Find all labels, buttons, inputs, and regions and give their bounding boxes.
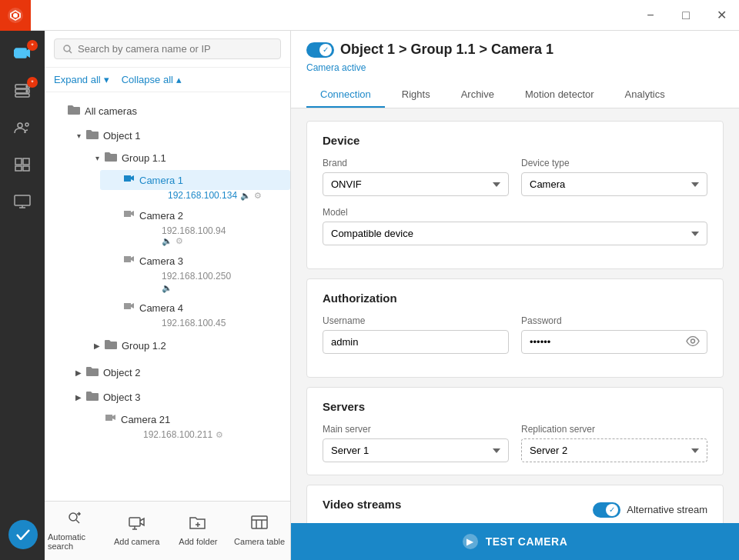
device-title: Device [323,134,707,147]
brand-select[interactable]: ONVIF [323,172,509,196]
chevron-up-icon: ▴ [176,74,182,85]
check-button[interactable] [8,520,38,549]
brand-device-row: Brand ONVIF Device type Camera [323,158,707,196]
tree-row-object3[interactable]: ▶ Object 3 [63,387,290,407]
window-controls[interactable]: − □ ✕ [633,0,739,31]
nav-users[interactable] [4,111,41,145]
tree-row-group11[interactable]: ▾ Group 1.1 [82,148,290,168]
main-server-label: Main server [323,424,509,435]
svg-rect-16 [15,195,30,205]
tree-row-group12[interactable]: ▶ Group 1.2 [82,335,290,355]
speaker-icon-cam2: 🔈 [162,236,172,246]
breadcrumb-row: Object 1 > Group 1.1 > Camera 1 [306,42,724,58]
nav-server[interactable]: * [4,74,41,108]
device-type-select[interactable]: Camera [521,172,707,196]
tree-node-object2: ▶ Object 2 [45,360,290,385]
minimize-button[interactable]: − [633,0,668,31]
video-streams-header: Video streams Alternative stream [323,498,707,522]
tree-row-camera4[interactable]: Camera 4 [100,298,290,318]
close-button[interactable]: ✕ [704,0,739,31]
add-camera-button[interactable]: Add camera [106,506,168,555]
tree-search-area [45,31,290,68]
tab-motion-detector[interactable]: Motion detector [511,82,608,108]
folder-icon [86,366,99,379]
svg-point-22 [691,339,695,343]
add-folder-button[interactable]: Add folder [168,506,229,555]
tree-node-camera21: Camera 21 192.168.100.211 ⚙ [63,407,290,442]
tab-rights[interactable]: Rights [388,82,444,108]
password-wrapper [521,330,707,354]
tree-row-all-cameras[interactable]: All cameras [45,101,290,121]
folder-icon [86,391,99,404]
chevron-down-icon: ▾ [104,74,109,85]
tree-node-camera2: Camera 2 192.168.100.94 🔈 ⚙ [82,203,290,248]
camera2-ip: 192.168.100.94 [162,225,290,236]
search-box[interactable] [54,38,281,59]
tree-node-camera3: Camera 3 192.168.100.250 🔈 [82,248,290,295]
camera-table-icon [251,515,268,535]
device-type-label: Device type [521,158,707,168]
show-password-icon[interactable] [686,335,700,348]
tree-node-object1: ▾ Object 1 ▾ [45,123,290,360]
nav-layout[interactable] [4,148,41,182]
tree-row-camera1[interactable]: Camera 1 [100,170,290,190]
folder-icon [105,152,117,165]
tab-archive[interactable]: Archive [447,82,508,108]
content-area: Device Brand ONVIF Device type Camera [291,108,739,523]
nav-monitor[interactable] [4,185,41,218]
password-input[interactable] [521,330,707,354]
replication-server-select[interactable]: Server 2 [521,438,707,462]
username-input[interactable] [323,330,509,354]
object2-label: Object 2 [103,367,140,378]
folder-icon [68,105,80,118]
add-folder-icon [189,515,206,535]
svg-rect-7 [15,94,29,97]
folder-icon [86,129,99,142]
alt-stream-toggle: Alternative stream [593,502,707,518]
main-server-select[interactable]: Server 1 [323,438,509,462]
svg-rect-13 [23,158,29,165]
svg-rect-20 [129,518,140,526]
tree-row-camera3[interactable]: Camera 3 [100,251,290,271]
maximize-button[interactable]: □ [668,0,704,31]
auto-search-button[interactable]: Automatic search [45,506,106,555]
test-camera-button[interactable]: ▶ TEST CAMERA [463,534,568,549]
tree-controls: Expand all ▾ Collapse all ▴ [45,68,290,92]
alt-stream-switch[interactable] [593,502,620,518]
auth-section: Authorization Username Password [306,278,724,378]
replication-server-group: Replication server Server 2 [521,424,707,462]
collapse-all-button[interactable]: Collapse all ▴ [122,74,182,85]
test-camera-bar: ▶ TEST CAMERA [291,523,739,560]
brand-group: Brand ONVIF [323,158,509,196]
servers-section: Servers Main server Server 1 Replication… [306,387,724,475]
password-group: Password [521,315,707,354]
model-group: Model Compatible device [323,207,707,245]
tree-row-camera21[interactable]: Camera 21 [82,409,290,429]
camera-table-button[interactable]: Camera table [229,506,290,555]
tree-node-all-cameras: All cameras [45,98,290,123]
camera4-ip: 192.168.100.45 [162,318,290,328]
brand-label: Brand [323,158,509,168]
tree-row-object1[interactable]: ▾ Object 1 [63,125,290,145]
folder-icon [105,339,117,352]
tree-row-object2[interactable]: ▶ Object 2 [63,362,290,382]
model-select[interactable]: Compatible device [323,222,707,245]
alt-stream-label: Alternative stream [627,504,707,515]
camera21-ip-row: 192.168.100.211 ⚙ [143,429,290,440]
replication-server-label: Replication server [521,424,707,435]
tab-analytics[interactable]: Analytics [611,82,679,108]
tree-row-camera2[interactable]: Camera 2 [100,205,290,225]
camera-nav-badge: * [27,40,38,51]
expand-all-button[interactable]: Expand all ▾ [54,74,109,85]
search-input[interactable] [78,43,273,55]
svg-rect-14 [15,166,22,171]
camera-toggle[interactable] [306,42,334,58]
group11-label: Group 1.1 [122,152,166,164]
nav-camera[interactable]: * [4,37,41,71]
auth-row: Username Password [323,315,707,354]
camera-icon [123,255,135,267]
tab-connection[interactable]: Connection [306,82,385,108]
expand-icon: ▾ [91,154,103,162]
app-wrapper: * * [0,31,739,560]
tree-node-group11: ▾ Group 1.1 [63,145,290,333]
